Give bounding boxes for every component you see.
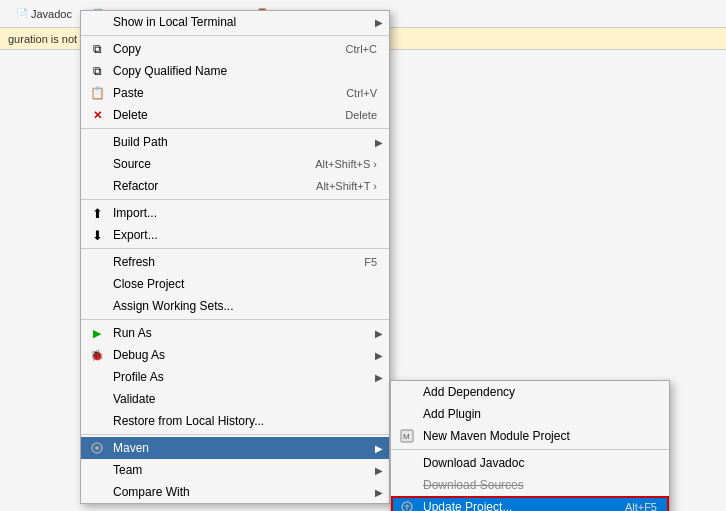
arrow-icon: ▶ <box>375 328 383 339</box>
svg-text:M: M <box>403 432 410 441</box>
submenu-item-add-plugin[interactable]: Add Plugin <box>391 403 669 425</box>
separator-4 <box>81 248 389 249</box>
menu-item-label: Refactor <box>113 179 158 193</box>
submenu-item-label: New Maven Module Project <box>423 429 570 443</box>
profile-as-icon <box>89 369 105 385</box>
download-sources-icon <box>399 477 415 493</box>
build-path-icon <box>89 134 105 150</box>
menu-item-label: Refresh <box>113 255 155 269</box>
menu-item-refresh[interactable]: Refresh F5 <box>81 251 389 273</box>
show-local-terminal-icon <box>89 14 105 30</box>
arrow-icon: ▶ <box>375 465 383 476</box>
tab-javadoc[interactable]: 📄 Javadoc <box>8 5 80 23</box>
separator-3 <box>81 199 389 200</box>
shortcut-source: Alt+Shift+S › <box>295 158 377 170</box>
menu-item-label: Copy Qualified Name <box>113 64 227 78</box>
menu-item-label: Run As <box>113 326 152 340</box>
menu-item-profile-as[interactable]: Profile As ▶ <box>81 366 389 388</box>
menu-item-label: Close Project <box>113 277 184 291</box>
menu-item-copy-qualified[interactable]: ⧉ Copy Qualified Name <box>81 60 389 82</box>
add-dependency-icon <box>399 384 415 400</box>
menu-item-label: Team <box>113 463 142 477</box>
submenu-separator-1 <box>391 449 669 450</box>
menu-item-import[interactable]: ⬆ Import... <box>81 202 389 224</box>
menu-item-label: Maven <box>113 441 149 455</box>
refactor-icon <box>89 178 105 194</box>
menu-item-label: Show in Local Terminal <box>113 15 236 29</box>
separator-6 <box>81 434 389 435</box>
submenu-item-download-sources[interactable]: Download Sources <box>391 474 669 496</box>
arrow-icon: ▶ <box>375 137 383 148</box>
menu-item-validate[interactable]: Validate <box>81 388 389 410</box>
submenu-item-add-dependency[interactable]: Add Dependency <box>391 381 669 403</box>
menu-item-debug-as[interactable]: 🐞 Debug As ▶ <box>81 344 389 366</box>
team-icon <box>89 462 105 478</box>
menu-item-label: Copy <box>113 42 141 56</box>
submenu-item-label: Update Project... <box>423 500 512 511</box>
copy-qualified-icon: ⧉ <box>89 63 105 79</box>
menu-item-label: Profile As <box>113 370 164 384</box>
add-plugin-icon <box>399 406 415 422</box>
menu-item-refactor[interactable]: Refactor Alt+Shift+T › <box>81 175 389 197</box>
separator-5 <box>81 319 389 320</box>
close-project-icon <box>89 276 105 292</box>
validate-icon <box>89 391 105 407</box>
compare-with-icon <box>89 484 105 500</box>
context-menu: Show in Local Terminal ▶ ⧉ Copy Ctrl+C ⧉… <box>80 10 390 504</box>
menu-item-label: Import... <box>113 206 157 220</box>
separator-1 <box>81 35 389 36</box>
assign-working-sets-icon <box>89 298 105 314</box>
arrow-icon: ▶ <box>375 443 383 454</box>
shortcut-update-project: Alt+F5 <box>615 501 657 511</box>
menu-item-restore-history[interactable]: Restore from Local History... <box>81 410 389 432</box>
menu-item-build-path[interactable]: Build Path ▶ <box>81 131 389 153</box>
menu-item-delete[interactable]: ✕ Delete Delete <box>81 104 389 126</box>
menu-item-label: Delete <box>113 108 148 122</box>
menu-item-label: Source <box>113 157 151 171</box>
paste-icon: 📋 <box>89 85 105 101</box>
menu-item-copy[interactable]: ⧉ Copy Ctrl+C <box>81 38 389 60</box>
menu-item-paste[interactable]: 📋 Paste Ctrl+V <box>81 82 389 104</box>
menu-item-label: Assign Working Sets... <box>113 299 234 313</box>
maven-icon <box>89 440 105 456</box>
menu-item-label: Debug As <box>113 348 165 362</box>
shortcut-refresh: F5 <box>344 256 377 268</box>
shortcut-copy: Ctrl+C <box>326 43 377 55</box>
import-icon: ⬆ <box>89 205 105 221</box>
copy-icon: ⧉ <box>89 41 105 57</box>
maven-submenu: Add Dependency Add Plugin M New Maven Mo… <box>390 380 670 511</box>
menu-item-maven[interactable]: Maven ▶ <box>81 437 389 459</box>
shortcut-delete: Delete <box>325 109 377 121</box>
export-icon: ⬇ <box>89 227 105 243</box>
menu-item-label: Build Path <box>113 135 168 149</box>
submenu-item-label: Download Sources <box>423 478 524 492</box>
menu-item-run-as[interactable]: ▶ Run As ▶ <box>81 322 389 344</box>
menu-item-label: Restore from Local History... <box>113 414 264 428</box>
menu-item-label: Compare With <box>113 485 190 499</box>
delete-icon: ✕ <box>89 107 105 123</box>
shortcut-refactor: Alt+Shift+T › <box>296 180 377 192</box>
menu-item-export[interactable]: ⬇ Export... <box>81 224 389 246</box>
menu-item-label: Paste <box>113 86 144 100</box>
submenu-item-label: Add Dependency <box>423 385 515 399</box>
menu-item-team[interactable]: Team ▶ <box>81 459 389 481</box>
separator-2 <box>81 128 389 129</box>
menu-item-show-local-terminal[interactable]: Show in Local Terminal ▶ <box>81 11 389 33</box>
arrow-icon: ▶ <box>375 487 383 498</box>
shortcut-paste: Ctrl+V <box>326 87 377 99</box>
restore-history-icon <box>89 413 105 429</box>
menu-item-assign-working-sets[interactable]: Assign Working Sets... <box>81 295 389 317</box>
run-as-icon: ▶ <box>89 325 105 341</box>
maven-update-icon <box>399 499 415 511</box>
menu-item-compare-with[interactable]: Compare With ▶ <box>81 481 389 503</box>
menu-item-source[interactable]: Source Alt+Shift+S › <box>81 153 389 175</box>
submenu-item-new-maven-module[interactable]: M New Maven Module Project <box>391 425 669 447</box>
submenu-item-update-project[interactable]: Update Project... Alt+F5 <box>391 496 669 511</box>
menu-item-label: Export... <box>113 228 158 242</box>
menu-item-close-project[interactable]: Close Project <box>81 273 389 295</box>
submenu-item-label: Add Plugin <box>423 407 481 421</box>
download-javadoc-icon <box>399 455 415 471</box>
arrow-icon: ▶ <box>375 372 383 383</box>
refresh-icon <box>89 254 105 270</box>
submenu-item-download-javadoc[interactable]: Download Javadoc <box>391 452 669 474</box>
